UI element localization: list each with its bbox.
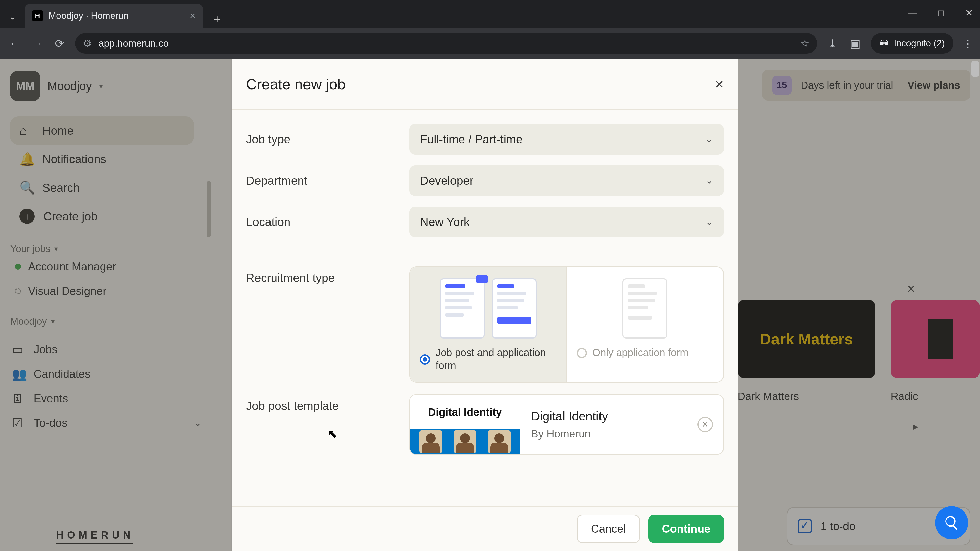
incognito-label: Incognito (2): [894, 38, 945, 49]
cancel-button[interactable]: Cancel: [577, 514, 640, 543]
template-thumbnail: Digital Identity: [410, 395, 520, 454]
template-byline: By Homerun: [531, 428, 712, 440]
option-illustration: [420, 278, 557, 338]
window-maximize-icon[interactable]: □: [935, 8, 947, 18]
page: MM Moodjoy ▾ ⌂ Home 🔔 Notifications 🔍 Se…: [0, 59, 980, 551]
content-scrollbar[interactable]: [971, 61, 979, 76]
option-label: Only application form: [593, 346, 689, 359]
bookmark-star-icon[interactable]: ☆: [800, 38, 810, 49]
browser-toolbar: ← → ⟳ ⚙ app.homerun.co ☆ ⤓ ▣ 🕶 Incognito…: [0, 28, 980, 59]
new-tab-button[interactable]: +: [208, 10, 226, 28]
radio-checked-icon: [420, 354, 430, 365]
select-location[interactable]: New York ⌄: [409, 206, 724, 237]
modal-title: Create new job: [246, 76, 345, 93]
reload-icon[interactable]: ⟳: [52, 37, 66, 50]
recruitment-option-both[interactable]: Job post and application form: [410, 267, 566, 382]
select-job-type[interactable]: Full-time / Part-time ⌄: [409, 124, 724, 155]
select-value: Developer: [420, 174, 474, 187]
help-chat-fab[interactable]: [935, 506, 968, 539]
select-value: Full-time / Part-time: [420, 132, 522, 146]
search-icon: [943, 514, 960, 531]
window-close-icon[interactable]: ✕: [963, 8, 975, 18]
label-job-post-template: Job post template: [246, 394, 409, 413]
close-icon[interactable]: ×: [715, 75, 724, 93]
forward-icon[interactable]: →: [30, 37, 44, 50]
label-department: Department: [246, 174, 409, 187]
continue-button[interactable]: Continue: [649, 514, 724, 543]
job-post-template-card[interactable]: Digital Identity Digital Identity By Hom…: [409, 394, 724, 454]
mouse-cursor-icon: ⬉: [328, 427, 337, 440]
label-job-type: Job type: [246, 132, 409, 146]
template-name: Digital Identity: [531, 409, 712, 423]
tab-favicon: H: [32, 11, 43, 21]
create-job-modal: Create new job × Job type Full-time / Pa…: [232, 59, 738, 551]
recruitment-option-only-form[interactable]: Only application form: [566, 267, 723, 382]
chevron-down-icon: ⌄: [705, 175, 713, 186]
tab-close-icon[interactable]: ×: [190, 11, 196, 21]
label-recruitment-type: Recruitment type: [246, 266, 409, 285]
downloads-icon[interactable]: ⤓: [826, 37, 840, 50]
tab-title: Moodjoy · Homerun: [48, 11, 184, 21]
titlebar: ⌄ H Moodjoy · Homerun × + ― □ ✕: [0, 0, 980, 28]
template-thumb-title: Digital Identity: [410, 395, 520, 429]
incognito-icon: 🕶: [880, 38, 889, 49]
chevron-down-icon: ⌄: [705, 217, 713, 227]
option-label: Job post and application form: [436, 346, 557, 372]
window-minimize-icon[interactable]: ―: [907, 8, 919, 18]
address-bar[interactable]: ⚙ app.homerun.co ☆: [75, 33, 817, 54]
label-location: Location: [246, 215, 409, 229]
incognito-badge[interactable]: 🕶 Incognito (2): [871, 33, 953, 54]
reader-icon[interactable]: ▣: [848, 37, 862, 50]
tab-list-dropdown[interactable]: ⌄: [3, 5, 23, 28]
url-text: app.homerun.co: [99, 38, 794, 49]
chevron-down-icon: ⌄: [705, 134, 713, 144]
select-department[interactable]: Developer ⌄: [409, 165, 724, 196]
radio-unchecked-icon: [577, 348, 587, 358]
site-info-icon[interactable]: ⚙: [83, 38, 92, 49]
recruitment-type-options: Job post and application form: [409, 266, 724, 383]
window-controls: ― □ ✕: [907, 8, 975, 18]
browser-tab[interactable]: H Moodjoy · Homerun ×: [24, 3, 203, 28]
browser-menu-icon[interactable]: ⋮: [962, 37, 972, 50]
option-illustration: [577, 278, 714, 338]
remove-template-icon[interactable]: ×: [697, 417, 713, 432]
modal-footer: Cancel Continue: [232, 506, 738, 551]
modal-header: Create new job ×: [232, 59, 738, 110]
select-value: New York: [420, 215, 469, 229]
back-icon[interactable]: ←: [8, 37, 21, 50]
